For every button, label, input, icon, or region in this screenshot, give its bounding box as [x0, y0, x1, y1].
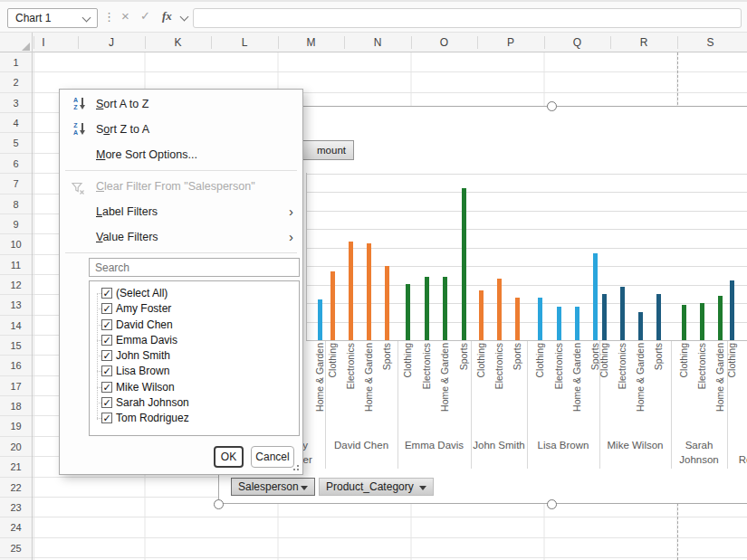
fx-dropdown-icon[interactable] — [180, 13, 189, 22]
row-header[interactable]: 12 — [0, 275, 32, 295]
bar-emma-davis-home-garden[interactable] — [443, 277, 447, 340]
checklist-item[interactable]: ✓Sarah Johnson — [90, 395, 299, 411]
checkbox[interactable]: ✓ — [101, 382, 112, 393]
checklist-item[interactable]: ✓Amy Foster — [90, 301, 299, 317]
row-header[interactable]: 4 — [0, 113, 32, 133]
field-button-salesperson[interactable]: Salesperson — [231, 478, 315, 496]
row-header[interactable]: 25 — [0, 538, 32, 558]
field-button-product_category[interactable]: Product_Category — [319, 478, 434, 496]
bar-lisa-brown-sports[interactable] — [593, 253, 598, 340]
confirm-entry-icon[interactable]: ✓ — [140, 9, 150, 23]
row-header[interactable]: 22 — [0, 478, 32, 498]
name-box[interactable]: Chart 1 — [7, 8, 98, 28]
search-input[interactable] — [89, 258, 300, 277]
selection-handle-top[interactable] — [547, 101, 557, 111]
row-header[interactable]: 5 — [0, 133, 32, 153]
bar-amy-foster-home-garden[interactable] — [318, 299, 322, 340]
bar-david-chen-home-garden[interactable] — [367, 243, 371, 340]
checkbox[interactable]: ✓ — [101, 350, 112, 361]
column-header[interactable]: I — [42, 33, 44, 52]
checkbox[interactable]: ✓ — [101, 288, 112, 299]
checklist-item[interactable]: ✓Tom Rodriguez — [90, 411, 299, 426]
checkbox[interactable]: ✓ — [101, 365, 112, 376]
row-header[interactable]: 13 — [0, 295, 32, 315]
bar-david-chen-clothing[interactable] — [330, 271, 335, 340]
bar-john-smith-sports[interactable] — [515, 298, 520, 340]
resize-grip-icon[interactable] — [297, 469, 299, 470]
bar-mike-wilson-home-garden[interactable] — [638, 312, 643, 340]
bar-mike-wilson-electronics[interactable] — [620, 287, 625, 340]
row-header[interactable]: 11 — [0, 255, 32, 275]
column-header[interactable]: K — [174, 33, 181, 52]
row-header[interactable]: 10 — [0, 234, 32, 254]
bar-david-chen-sports[interactable] — [385, 266, 389, 340]
checklist-item[interactable]: ✓(Select All) — [90, 286, 299, 301]
selection-handle-bottom[interactable] — [547, 499, 557, 509]
menu-item-sort-z-to-a[interactable]: ZASort Z to A — [60, 117, 302, 142]
checkbox[interactable]: ✓ — [101, 413, 112, 423]
row-header[interactable]: 9 — [0, 214, 32, 234]
selection-handle-bottom-left[interactable] — [214, 499, 224, 509]
bar-lisa-brown-clothing[interactable] — [538, 298, 542, 340]
row-header[interactable]: 17 — [0, 376, 32, 396]
row-header[interactable]: 6 — [0, 154, 32, 174]
bar-sarah-johnson-home-garden[interactable] — [718, 296, 723, 340]
dropdown-arrow-icon[interactable] — [419, 486, 426, 490]
row-header[interactable]: 2 — [0, 72, 32, 92]
checklist-item[interactable]: ✓Emma Davis — [90, 333, 299, 348]
row-header[interactable]: 1 — [0, 52, 32, 72]
checkbox[interactable]: ✓ — [101, 335, 112, 346]
cancel-button[interactable]: Cancel — [251, 446, 294, 468]
column-header[interactable]: S — [706, 33, 713, 52]
row-header[interactable]: 7 — [0, 174, 32, 194]
row-header[interactable]: 8 — [0, 195, 32, 214]
dropdown-arrow-icon[interactable] — [301, 486, 308, 490]
bar-john-smith-electronics[interactable] — [497, 279, 502, 340]
row-header[interactable]: 24 — [0, 517, 32, 537]
row-header[interactable]: 15 — [0, 336, 32, 356]
bar-mike-wilson-sports[interactable] — [656, 294, 661, 340]
column-header[interactable]: N — [374, 33, 382, 52]
row-header[interactable]: 23 — [0, 498, 32, 517]
ok-button[interactable]: OK — [214, 446, 244, 468]
bar-sarah-johnson-electronics[interactable] — [700, 303, 704, 340]
menu-item-sort-a-to-z[interactable]: AZSort A to Z — [60, 91, 302, 117]
row-header[interactable]: 20 — [0, 437, 32, 457]
checkbox[interactable]: ✓ — [101, 303, 112, 314]
column-header[interactable]: R — [640, 33, 648, 52]
row-header[interactable]: 16 — [0, 356, 32, 375]
insert-function-icon[interactable]: fx — [162, 9, 172, 24]
column-header[interactable]: J — [109, 33, 114, 52]
checkbox[interactable]: ✓ — [101, 319, 112, 330]
bar-lisa-brown-home-garden[interactable] — [575, 307, 579, 340]
bar-tom-rodriguez-clothing[interactable] — [730, 280, 734, 340]
checklist-item[interactable]: ✓Lisa Brown — [90, 364, 299, 379]
column-header[interactable]: Q — [573, 33, 581, 52]
bar-emma-davis-sports[interactable] — [462, 188, 466, 340]
menu-item-more-sort-options[interactable]: More Sort Options... — [60, 142, 302, 167]
formula-input[interactable] — [193, 8, 742, 28]
cancel-entry-icon[interactable]: × — [121, 8, 129, 24]
bar-mike-wilson-clothing[interactable] — [602, 294, 607, 340]
row-header[interactable]: 14 — [0, 316, 32, 336]
checklist-item[interactable]: ✓John Smith — [90, 348, 299, 364]
column-header[interactable]: P — [507, 33, 514, 52]
bar-david-chen-electronics[interactable] — [349, 242, 353, 340]
name-box-dropdown-icon[interactable] — [82, 14, 91, 23]
select-all-corner[interactable] — [0, 33, 33, 52]
checkbox[interactable]: ✓ — [101, 397, 112, 408]
bar-emma-davis-clothing[interactable] — [406, 284, 410, 340]
column-header[interactable]: O — [440, 33, 448, 52]
column-header[interactable]: L — [242, 33, 248, 52]
column-header[interactable]: M — [307, 33, 316, 52]
row-header[interactable]: 3 — [0, 93, 32, 113]
bar-john-smith-clothing[interactable] — [479, 290, 484, 340]
row-header[interactable]: 18 — [0, 396, 32, 416]
checklist-item[interactable]: ✓Mike Wilson — [90, 380, 299, 395]
row-header[interactable]: 19 — [0, 416, 32, 436]
bar-emma-davis-electronics[interactable] — [425, 277, 429, 340]
menu-item-value-filters[interactable]: Value Filters› — [60, 224, 302, 250]
bar-sarah-johnson-clothing[interactable] — [682, 305, 686, 340]
row-header[interactable]: 21 — [0, 457, 32, 477]
checklist-item[interactable]: ✓David Chen — [90, 318, 299, 333]
